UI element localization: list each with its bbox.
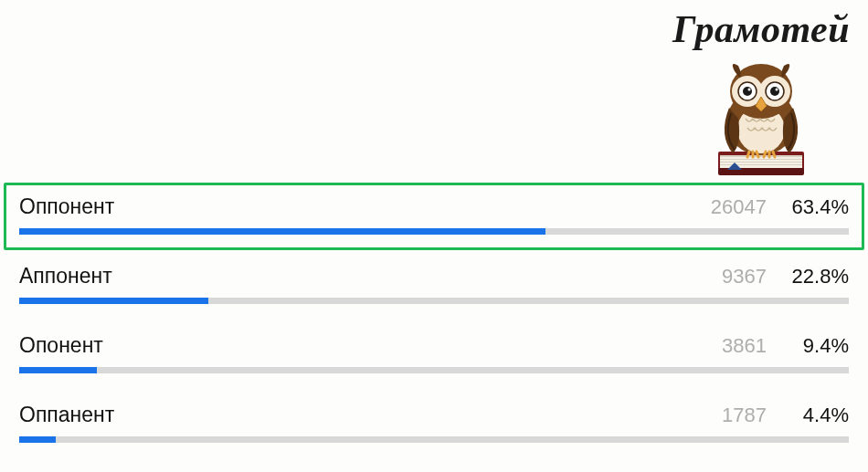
svg-point-14 bbox=[743, 87, 752, 96]
progress-track bbox=[19, 436, 849, 443]
option-stats: 26047 63.4% bbox=[711, 195, 849, 219]
option-header: Аппонент 9367 22.8% bbox=[19, 264, 849, 288]
spelling-options: Оппонент 26047 63.4% Аппонент 9367 22.8%… bbox=[4, 183, 864, 460]
option-row[interactable]: Аппонент 9367 22.8% bbox=[4, 252, 864, 320]
option-label: Оппанент bbox=[19, 403, 114, 427]
progress-fill bbox=[19, 367, 97, 373]
option-stats: 1787 4.4% bbox=[722, 404, 849, 427]
option-stats: 3861 9.4% bbox=[722, 334, 849, 358]
vote-count: 26047 bbox=[711, 195, 767, 219]
progress-fill bbox=[19, 298, 208, 304]
option-label: Опонент bbox=[19, 333, 103, 358]
option-header: Оппанент 1787 4.4% bbox=[19, 403, 849, 427]
svg-point-17 bbox=[775, 89, 778, 91]
vote-percent: 22.8% bbox=[785, 265, 849, 288]
progress-track bbox=[19, 228, 849, 235]
svg-point-15 bbox=[770, 87, 779, 96]
option-label: Оппонент bbox=[19, 194, 114, 219]
vote-percent: 4.4% bbox=[785, 404, 849, 427]
brand-title: Грамотей bbox=[672, 7, 850, 51]
vote-count: 3861 bbox=[722, 334, 767, 358]
svg-point-16 bbox=[747, 89, 750, 91]
svg-rect-5 bbox=[720, 162, 802, 163]
option-row[interactable]: Опонент 3861 9.4% bbox=[4, 321, 864, 389]
vote-percent: 9.4% bbox=[785, 334, 849, 358]
owl-on-book-icon bbox=[702, 53, 820, 184]
vote-percent: 63.4% bbox=[785, 195, 849, 219]
progress-track bbox=[19, 367, 849, 373]
progress-fill bbox=[19, 228, 545, 235]
option-header: Оппонент 26047 63.4% bbox=[19, 194, 849, 219]
svg-rect-3 bbox=[720, 155, 802, 157]
vote-count: 9367 bbox=[722, 265, 767, 288]
option-header: Опонент 3861 9.4% bbox=[19, 333, 849, 358]
option-row-correct[interactable]: Оппонент 26047 63.4% bbox=[4, 183, 864, 250]
progress-track bbox=[19, 298, 849, 304]
vote-count: 1787 bbox=[722, 404, 767, 427]
option-row[interactable]: Оппанент 1787 4.4% bbox=[4, 391, 864, 458]
progress-fill bbox=[19, 436, 56, 443]
option-stats: 9367 22.8% bbox=[722, 265, 849, 288]
brand-header: Грамотей bbox=[672, 7, 850, 184]
option-label: Аппонент bbox=[19, 264, 112, 288]
svg-rect-4 bbox=[720, 159, 802, 160]
